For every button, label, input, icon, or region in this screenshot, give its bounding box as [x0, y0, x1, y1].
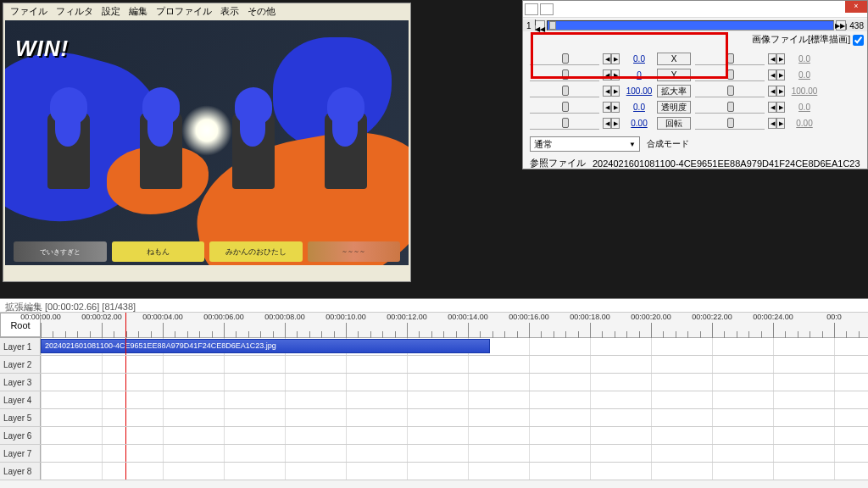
param-slider[interactable]: [530, 118, 599, 130]
ruler-label: 00:00:06.00: [203, 313, 244, 321]
param-value[interactable]: 0.0: [625, 54, 654, 64]
param-label-button[interactable]: Y: [657, 69, 691, 81]
preview-window: ファイル フィルタ 設定 編集 プロファイル 表示 その他 WIN! でい: [3, 3, 411, 282]
menu-edit[interactable]: 編集: [125, 5, 151, 17]
param-value[interactable]: 0.00: [625, 119, 654, 128]
spin-down-button[interactable]: ◀: [603, 53, 611, 64]
param-row: ◀▶0.0: [695, 51, 860, 67]
spin-up-button[interactable]: ▶: [776, 118, 785, 129]
track[interactable]: [41, 427, 868, 444]
frame-start: 1: [526, 21, 531, 30]
spin-down-button[interactable]: ◀: [603, 86, 611, 97]
param-value[interactable]: 100.00: [790, 86, 819, 96]
spin-up-button[interactable]: ▶: [611, 102, 620, 113]
frame-track[interactable]: [547, 20, 835, 30]
param-slider[interactable]: [530, 102, 599, 114]
layer-label[interactable]: Layer 5: [0, 409, 41, 426]
frame-scrollbar[interactable]: 1 |◀◀ ▶▶| 438: [523, 19, 867, 31]
blend-mode-combo[interactable]: 通常 ▼: [530, 136, 640, 152]
timeline-window: 拡張編集 [00:00:02.66] [81/438] Root 00:00:0…: [0, 298, 868, 488]
spin-down-button[interactable]: ◀: [603, 102, 611, 113]
layer-icon[interactable]: [525, 3, 538, 15]
ref-file-value[interactable]: 2024021601081100-4CE9651EE88A979D41F24CE…: [593, 158, 860, 169]
track[interactable]: [41, 356, 868, 373]
menu-other[interactable]: その他: [244, 5, 279, 17]
menu-filter[interactable]: フィルタ: [53, 5, 97, 17]
layer-label[interactable]: Layer 1: [0, 338, 41, 355]
spin-up-button[interactable]: ▶: [611, 118, 620, 129]
blend-mode-label: 合成モード: [647, 138, 689, 150]
param-row: ◀▶100.00: [695, 83, 860, 99]
param-slider[interactable]: [695, 86, 765, 97]
param-slider[interactable]: [530, 69, 599, 81]
spin-up-button[interactable]: ▶: [776, 86, 785, 97]
param-slider[interactable]: [530, 86, 599, 97]
image-file-header: 画像ファイル[標準描画]: [523, 31, 867, 47]
preview-viewport[interactable]: WIN! でいきすぎと ねもん みかんのおひたし ～～～～: [5, 20, 409, 265]
param-value[interactable]: 0.0: [790, 103, 819, 112]
param-slider[interactable]: [695, 118, 765, 130]
playhead[interactable]: [125, 313, 126, 337]
spin-down-button[interactable]: ◀: [603, 118, 611, 129]
layer-row: Layer 7: [0, 445, 868, 463]
param-value[interactable]: 0: [625, 70, 654, 80]
spin-down-button[interactable]: ◀: [768, 86, 776, 97]
layer-label[interactable]: Layer 6: [0, 427, 41, 444]
menu-settings[interactable]: 設定: [98, 5, 124, 17]
frame-end: 438: [849, 21, 864, 30]
frame-thumb[interactable]: [549, 21, 556, 30]
param-value[interactable]: 0.0: [625, 103, 654, 112]
layer-row: Layer 5: [0, 409, 868, 427]
ruler-label: 00:00:00.00: [20, 313, 61, 321]
param-value[interactable]: 100.00: [625, 86, 654, 96]
param-label-button[interactable]: 拡大率: [657, 85, 691, 97]
standard-draw-checkbox[interactable]: [853, 35, 864, 46]
param-label-button[interactable]: 回転: [657, 117, 691, 130]
spin-up-button[interactable]: ▶: [776, 69, 785, 80]
param-value[interactable]: 0.0: [790, 70, 819, 80]
param-row: ◀▶0.00回転: [530, 115, 695, 131]
track[interactable]: [41, 463, 868, 480]
layer-label[interactable]: Layer 8: [0, 463, 41, 480]
spin-up-button[interactable]: ▶: [776, 102, 785, 113]
layer-label[interactable]: Layer 7: [0, 445, 41, 462]
layer-label[interactable]: Layer 4: [0, 391, 41, 408]
first-frame-button[interactable]: |◀◀: [535, 20, 545, 30]
time-ruler[interactable]: 00:00:00.0000:00:02.0000:00:04.0000:00:0…: [41, 313, 868, 337]
spin-up-button[interactable]: ▶: [776, 53, 785, 64]
param-slider[interactable]: [530, 53, 599, 65]
param-label-button[interactable]: X: [657, 53, 691, 65]
param-label-button[interactable]: 透明度: [657, 101, 691, 114]
spin-down-button[interactable]: ◀: [768, 53, 776, 64]
param-slider[interactable]: [695, 102, 765, 114]
close-button[interactable]: ×: [845, 1, 867, 13]
layer-label[interactable]: Layer 3: [0, 374, 41, 391]
spin-down-button[interactable]: ◀: [768, 102, 776, 113]
spin-up-button[interactable]: ▶: [611, 53, 620, 64]
spin-up-button[interactable]: ▶: [611, 86, 620, 97]
layer-label[interactable]: Layer 2: [0, 356, 41, 373]
spin-down-button[interactable]: ◀: [603, 69, 611, 80]
track[interactable]: 2024021601081100-4CE9651EE88A979D41F24CE…: [41, 338, 868, 355]
ruler-label: 00:00:24.00: [753, 313, 793, 321]
layer-icon-2[interactable]: [540, 3, 554, 15]
menu-file[interactable]: ファイル: [7, 5, 51, 17]
spin-down-button[interactable]: ◀: [768, 118, 776, 129]
last-frame-button[interactable]: ▶▶|: [836, 20, 846, 30]
param-slider[interactable]: [695, 53, 765, 65]
param-value[interactable]: 0.00: [790, 119, 819, 128]
track[interactable]: [41, 391, 868, 408]
track[interactable]: [41, 374, 868, 391]
menu-view[interactable]: 表示: [217, 5, 242, 17]
param-row: ◀▶100.00拡大率: [530, 83, 695, 99]
banner-1: でいきすぎと: [14, 241, 107, 262]
param-slider[interactable]: [695, 69, 765, 81]
timeline-clip[interactable]: 2024021601081100-4CE9651EE88A979D41F24CE…: [41, 339, 490, 353]
spin-down-button[interactable]: ◀: [768, 69, 776, 80]
playhead-line: [125, 427, 126, 444]
param-value[interactable]: 0.0: [790, 54, 819, 64]
spin-up-button[interactable]: ▶: [611, 69, 620, 80]
track[interactable]: [41, 409, 868, 426]
track[interactable]: [41, 445, 868, 462]
menu-profile[interactable]: プロファイル: [153, 5, 215, 17]
